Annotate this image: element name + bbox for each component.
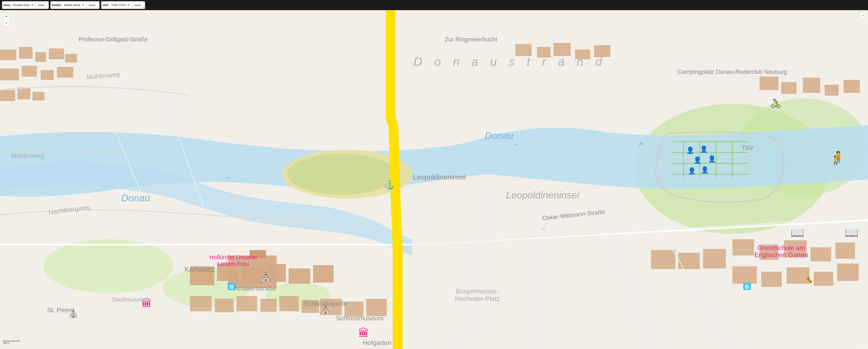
svg-rect-33 (810, 247, 831, 261)
area-insert-button[interactable]: Insert (35, 2, 47, 8)
svg-rect-10 (35, 52, 46, 62)
svg-rect-49 (215, 299, 234, 312)
svg-text:→: → (512, 140, 519, 149)
svg-rect-29 (844, 80, 860, 93)
svg-text:Schlosskapelle: Schlosskapelle (304, 300, 347, 307)
zoom-in-button[interactable]: + (3, 13, 9, 20)
svg-rect-38 (814, 272, 833, 286)
svg-text:🚴: 🚴 (770, 98, 781, 109)
svg-text:Hocheder-Platz: Hocheder-Platz (455, 295, 500, 302)
svg-rect-36 (761, 272, 782, 287)
svg-rect-12 (65, 54, 77, 63)
svg-text:👤: 👤 (701, 166, 709, 174)
svg-text:Donau: Donau (485, 130, 514, 141)
svg-point-3 (43, 239, 174, 293)
gefahr-select[interactable]: Gefahr Akute (63, 3, 85, 7)
svg-rect-59 (703, 249, 726, 269)
map-expand-button[interactable]: ⤢ (860, 12, 866, 18)
svg-text:→: → (224, 173, 231, 181)
svg-text:TSV: TSV (742, 144, 754, 151)
map-container[interactable]: B B 🏛 🏛 ⛪ ⛪ ⛪ ⚓ 🚶 🤸 📖 📖 🧍 → → → (0, 10, 868, 349)
svg-text:Campingplatz Donau-Ruderclub N: Campingplatz Donau-Ruderclub Neuburg (678, 68, 787, 75)
svg-text:Amalienstraße: Amalienstraße (234, 285, 276, 292)
unit-group: Unit: THW ZTrFü Insert (101, 1, 145, 9)
unit-label: Unit: (102, 3, 109, 7)
svg-text:Schlossmuseum: Schlossmuseum (336, 315, 383, 322)
svg-rect-58 (678, 253, 700, 269)
svg-text:👤: 👤 (708, 155, 716, 163)
svg-text:🏛: 🏛 (358, 327, 369, 339)
svg-rect-56 (366, 299, 387, 316)
gefahr-label: Gefahr: (52, 3, 62, 7)
svg-rect-15 (41, 70, 54, 80)
svg-rect-17 (0, 90, 15, 101)
gefahr-group: Gefahr: Gefahr Akute Insert (51, 1, 99, 9)
svg-text:📖: 📖 (790, 226, 804, 239)
svg-rect-39 (837, 264, 859, 281)
svg-text:👤: 👤 (688, 167, 696, 175)
unit-select[interactable]: THW ZTrFü (110, 3, 131, 7)
svg-rect-11 (49, 48, 64, 59)
zoom-out-button[interactable]: − (3, 20, 9, 26)
svg-rect-8 (0, 49, 16, 60)
svg-text:Hofkirche Unserer: Hofkirche Unserer (209, 254, 257, 260)
svg-rect-13 (0, 69, 19, 80)
svg-text:Hofgarten: Hofgarten (363, 339, 392, 346)
svg-rect-25 (760, 77, 778, 90)
scale-label: 100 m (3, 342, 9, 344)
svg-rect-45 (313, 265, 334, 282)
svg-rect-22 (553, 43, 570, 56)
svg-text:Leopoldineninsel: Leopoldineninsel (413, 173, 466, 181)
svg-rect-20 (515, 44, 532, 56)
area-chevron-icon (31, 4, 33, 6)
area-select[interactable]: Flooded Area (12, 3, 34, 7)
svg-text:Bürgermeister-: Bürgermeister- (456, 287, 499, 295)
svg-text:👤: 👤 (686, 146, 694, 154)
toolbar: Area: Flooded Area Insert Gefahr: Gefahr… (0, 0, 868, 10)
area-group: Area: Flooded Area Insert (2, 1, 49, 9)
gefahr-chevron-icon (82, 4, 84, 6)
map-scale: 100 m (3, 340, 20, 344)
svg-rect-34 (836, 242, 855, 259)
svg-rect-28 (825, 85, 839, 96)
svg-rect-57 (651, 250, 675, 269)
svg-text:Stadtmuseum: Stadtmuseum (112, 296, 149, 303)
svg-rect-35 (732, 266, 757, 283)
svg-rect-19 (32, 92, 44, 100)
area-label: Area: (3, 3, 11, 7)
svg-rect-16 (57, 67, 73, 78)
svg-rect-9 (19, 47, 32, 59)
svg-rect-27 (803, 78, 820, 93)
svg-rect-26 (781, 82, 797, 94)
map-controls: + − (3, 13, 9, 26)
map-attribution: i (862, 344, 865, 347)
svg-rect-48 (190, 296, 212, 311)
svg-text:Donau: Donau (121, 193, 150, 203)
area-value: Flooded Area (13, 3, 30, 7)
svg-rect-51 (260, 299, 277, 312)
svg-rect-14 (22, 66, 37, 76)
gefahr-insert-button[interactable]: Insert (86, 2, 98, 8)
svg-text:👤: 👤 (700, 145, 708, 153)
svg-text:🧍: 🧍 (831, 150, 845, 164)
svg-text:Zur Ringmeierbucht: Zur Ringmeierbucht (445, 36, 497, 43)
svg-text:↗: ↗ (637, 140, 643, 149)
svg-text:Grundschule am: Grundschule am (757, 244, 805, 251)
svg-text:⛪: ⛪ (260, 272, 271, 282)
svg-text:St. Peter: St. Peter (47, 306, 72, 314)
svg-text:⚓: ⚓ (384, 180, 395, 190)
svg-text:Lieben Frau: Lieben Frau (217, 260, 249, 267)
svg-text:D o n a u s t r a n d: D o n a u s t r a n d (413, 55, 606, 68)
svg-point-7 (287, 153, 396, 195)
unit-insert-button[interactable]: Insert (132, 2, 144, 8)
svg-rect-52 (279, 296, 299, 311)
svg-rect-50 (237, 296, 257, 311)
svg-text:👤: 👤 (693, 156, 702, 164)
svg-text:Karlsplatz: Karlsplatz (184, 266, 215, 273)
unit-value: THW ZTrFü (111, 3, 126, 7)
svg-rect-44 (289, 269, 310, 284)
svg-text:Englischen Garten: Englischen Garten (754, 251, 808, 258)
svg-rect-30 (732, 239, 754, 255)
svg-text:B: B (745, 284, 749, 290)
svg-text:→: → (539, 224, 546, 233)
